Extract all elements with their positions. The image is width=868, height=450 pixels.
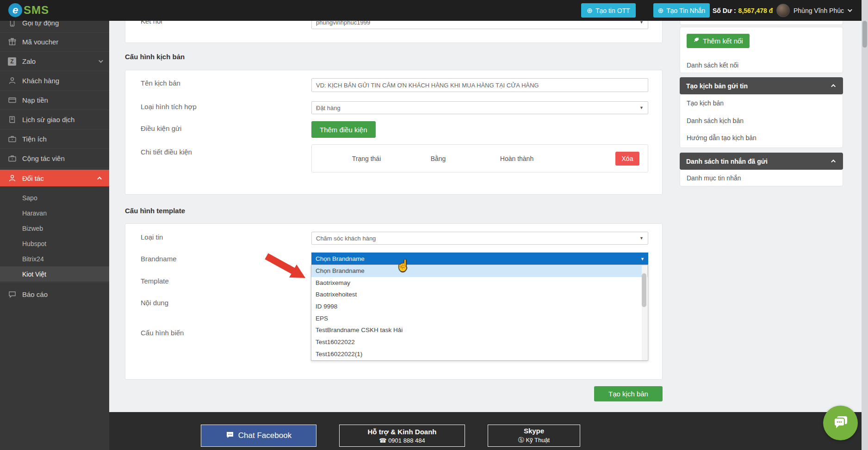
- support-title: Hỗ trợ & Kinh Doanh: [368, 428, 437, 436]
- script-name-label: Tên kịch bản: [141, 79, 180, 87]
- chat-bubble-icon: [8, 290, 16, 298]
- dropdown-option[interactable]: Baotrixemay: [311, 277, 648, 289]
- phone-icon: ☎: [379, 437, 386, 444]
- person-icon: [8, 77, 16, 85]
- sidebar-item-label: Báo cáo: [22, 290, 48, 298]
- add-connection-label: Thêm kết nối: [703, 37, 743, 45]
- condition-value: Hoàn thành: [489, 155, 545, 162]
- message-type-select[interactable]: Chăm sóc khách hàng ▼: [311, 232, 648, 245]
- sidebar-item-label: Đối tác: [22, 174, 44, 182]
- create-script-button[interactable]: Tạo kịch bản: [594, 386, 663, 401]
- logo-text: SMS: [24, 4, 49, 17]
- skype-subtitle: Ⓢ Kỹ Thuật: [518, 436, 550, 444]
- person-icon: [8, 174, 16, 182]
- balance: Số Dư : 8,567,478 đ: [713, 0, 773, 21]
- chat-facebook-button[interactable]: Chat Facebook: [201, 425, 316, 447]
- message-category-link[interactable]: Danh mục tin nhắn: [687, 174, 741, 182]
- plug-icon: [693, 37, 700, 45]
- chat-facebook-label: Chat Facebook: [238, 431, 291, 440]
- sidebar-item-goi-tu-dong[interactable]: Gọi tự động: [0, 21, 109, 33]
- avatar[interactable]: [776, 4, 790, 17]
- sidebar-subitem-bizweb[interactable]: Bizweb: [0, 221, 109, 236]
- dropdown-option[interactable]: Test16022022: [311, 336, 648, 348]
- create-sms-label: Tạo Tin Nhắn: [666, 7, 705, 14]
- user-name: Phùng Vĩnh Phúc: [794, 7, 844, 14]
- page-scrollbar[interactable]: [862, 0, 868, 450]
- message-type-label: Loại tin: [141, 233, 163, 241]
- sidebar-item-nap-tien[interactable]: Nạp tiền: [0, 91, 109, 110]
- sidebar-item-label: Tiện ích: [22, 135, 47, 143]
- chevron-up-icon: [97, 176, 102, 181]
- footer: Chat Facebook Hỗ trợ & Kinh Doanh ☎ 0901…: [109, 412, 862, 450]
- dropdown-option[interactable]: Test16022022(1): [311, 348, 648, 360]
- logo-e-icon: e: [8, 3, 22, 17]
- create-script-link[interactable]: Tạo kịch bản: [687, 99, 724, 107]
- dropdown-option[interactable]: TestBrandname CSKH task Hải: [311, 324, 648, 336]
- create-sms-button[interactable]: ⊕ Tạo Tin Nhắn: [653, 3, 710, 18]
- connection-list-link[interactable]: Danh sách kết nối: [687, 62, 738, 69]
- sidebar-item-label: Cộng tác viên: [22, 154, 65, 162]
- sidebar-subitem-hubspot[interactable]: Hubspot: [0, 236, 109, 251]
- sidebar-item-doi-tac[interactable]: Đối tác: [0, 170, 109, 186]
- group-header-create-script[interactable]: Tạo kịch bản gửi tin: [680, 77, 843, 94]
- script-guide-link[interactable]: Hướng dẫn tạo kịch bản: [687, 134, 756, 142]
- send-condition-label: Điều kiện gửi: [141, 124, 181, 132]
- sidebar-item-label: Mã voucher: [22, 38, 58, 46]
- briefcase-icon: [8, 154, 16, 162]
- caret-down-icon: ▼: [640, 257, 645, 261]
- dropdown-option[interactable]: EPS: [311, 313, 648, 325]
- plus-circle-icon: ⊕: [658, 6, 664, 15]
- book-icon: [8, 116, 16, 123]
- brandname-select[interactable]: Chọn Brandname ▼: [311, 253, 648, 265]
- delete-condition-button[interactable]: Xóa: [615, 152, 639, 166]
- script-list-link[interactable]: Danh sách kịch bản: [687, 117, 744, 124]
- chevron-up-icon: [831, 84, 836, 89]
- brandname-dropdown: Chọn Brandname Baotrixemay Baotrixehoite…: [311, 265, 648, 361]
- variable-config-label: Cấu hình biến: [141, 329, 184, 337]
- sidebar-item-tien-ich[interactable]: Tiện ích: [0, 129, 109, 149]
- balance-label: Số Dư :: [713, 7, 736, 14]
- sidebar-subitem-bitrix24[interactable]: Bitrix24: [0, 251, 109, 266]
- section-title-script-config: Cấu hình kịch bản: [125, 53, 185, 61]
- caret-down-icon: ▼: [639, 105, 644, 110]
- esms-logo[interactable]: e SMS: [8, 3, 49, 17]
- skype-title: Skype: [524, 427, 544, 435]
- sidebar-item-ma-voucher[interactable]: Mã voucher: [0, 32, 109, 52]
- integration-type-select[interactable]: Đặt hàng ▼: [311, 101, 648, 114]
- facebook-chat-icon: [226, 431, 234, 441]
- condition-operator: Bằng: [410, 155, 466, 162]
- page-scrollbar-thumb[interactable]: [862, 21, 867, 48]
- dropdown-option[interactable]: Baotrixehoitest: [311, 289, 648, 301]
- dropdown-scrollbar-thumb[interactable]: [642, 273, 646, 307]
- gift-icon: [8, 38, 16, 46]
- sidebar-item-cong-tac-vien[interactable]: Cộng tác viên: [0, 149, 109, 168]
- sidebar-item-bao-cao[interactable]: Báo cáo: [0, 284, 109, 304]
- user-menu[interactable]: Phùng Vĩnh Phúc: [794, 0, 851, 21]
- condition-row: Trạng thái Bằng Hoàn thành Xóa: [311, 144, 648, 173]
- skype-contact-button[interactable]: Skype Ⓢ Kỹ Thuật: [488, 425, 580, 447]
- message-type-value: Chăm sóc khách hàng: [316, 235, 376, 242]
- chat-bubbles-icon: [831, 413, 850, 433]
- sidebar-item-lich-su-giao-dich[interactable]: Lịch sử giao dịch: [0, 110, 109, 129]
- sidebar-item-label: Zalo: [22, 57, 36, 65]
- dropdown-option[interactable]: Chọn Brandname: [311, 265, 648, 277]
- script-name-value: VD: KỊCH BẢN GỬI TIN CẢM ƠN KHÁCH HÀNG K…: [316, 82, 539, 89]
- add-connection-button[interactable]: Thêm kết nối: [687, 34, 750, 48]
- dropdown-option[interactable]: ID 9998: [311, 301, 648, 313]
- divider: [0, 283, 109, 283]
- sidebar-item-zalo[interactable]: Z Zalo: [0, 52, 109, 71]
- create-ott-button[interactable]: ⊕ Tạo tin OTT: [581, 3, 636, 18]
- group-header-sent-messages[interactable]: Danh sách tin nhắn đã gửi: [680, 153, 843, 170]
- sidebar-subitem-kiot-viet[interactable]: Kiot Việt: [0, 266, 109, 282]
- add-condition-button[interactable]: Thêm điều kiện: [311, 121, 376, 138]
- script-name-input[interactable]: VD: KỊCH BẢN GỬI TIN CẢM ƠN KHÁCH HÀNG K…: [311, 78, 648, 92]
- connection-panel-card: Thêm kết nối Danh sách kết nối: [680, 27, 843, 73]
- condition-detail-label: Chi tiết điều kiện: [141, 148, 192, 156]
- dropdown-scrollbar[interactable]: [642, 265, 647, 360]
- support-contact-button[interactable]: Hỗ trợ & Kinh Doanh ☎ 0901 888 484: [339, 425, 465, 447]
- sidebar-subitem-sapo[interactable]: Sapo: [0, 190, 109, 205]
- top-header: e SMS ⊕ Tạo tin OTT ⊕ Tạo Tin Nhắn Số Dư…: [0, 0, 868, 21]
- live-chat-widget-button[interactable]: [823, 406, 858, 440]
- sidebar-item-khach-hang[interactable]: Khách hàng: [0, 71, 109, 91]
- sidebar-subitem-haravan[interactable]: Haravan: [0, 205, 109, 221]
